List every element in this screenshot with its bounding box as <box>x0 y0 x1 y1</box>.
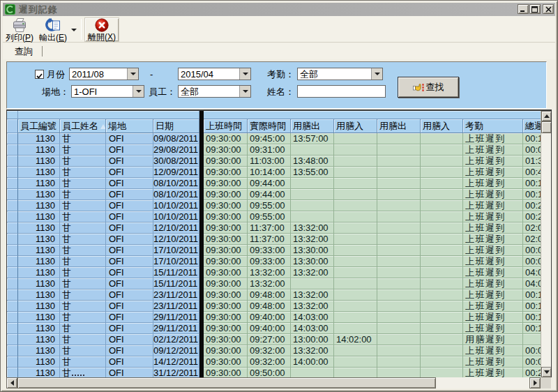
month-checkbox[interactable] <box>35 70 44 79</box>
cell[interactable]: 1130 <box>18 144 60 156</box>
cell[interactable]: 1130 <box>18 211 60 223</box>
cell[interactable]: 09:30:00 <box>204 234 248 245</box>
row-header[interactable] <box>7 223 18 234</box>
cell[interactable] <box>377 144 421 156</box>
cell[interactable]: 上班遲到 <box>463 189 523 200</box>
row-header[interactable] <box>7 334 18 345</box>
cell[interactable]: 09/12/2011 <box>153 345 199 356</box>
cell[interactable] <box>334 256 377 267</box>
cell[interactable]: 29/11/2011 <box>153 312 199 323</box>
cell[interactable] <box>421 200 463 211</box>
cell[interactable] <box>334 167 377 178</box>
horizontal-scrollbar[interactable] <box>6 377 541 389</box>
cell[interactable] <box>291 278 334 289</box>
table-row[interactable]: 1130甘OFI08/10/201109:30:0009:44:00上班遲到00… <box>7 189 551 200</box>
cell[interactable] <box>334 301 377 312</box>
horizontal-scroll-thumb[interactable] <box>17 377 436 389</box>
cell[interactable]: OFI <box>106 223 153 234</box>
cell[interactable]: 1130 <box>18 334 60 345</box>
cell[interactable]: 13:57:00 <box>291 133 334 144</box>
cell[interactable]: 13:32:00 <box>248 278 291 289</box>
vertical-scrollbar[interactable] <box>541 111 551 377</box>
cell[interactable]: 1130 <box>18 133 60 144</box>
cell[interactable]: OFI <box>106 211 153 223</box>
cell[interactable]: 上班遲到 <box>463 144 523 156</box>
cell[interactable] <box>334 278 377 289</box>
cell[interactable]: 上班遲到 <box>463 156 523 167</box>
row-header[interactable] <box>7 167 18 178</box>
cell[interactable]: 09:33:00 <box>248 256 291 267</box>
month-from-dropdown[interactable] <box>127 68 138 80</box>
month-to-select[interactable]: 2015/04 <box>178 68 251 80</box>
scroll-up-button[interactable] <box>541 111 552 121</box>
attendance-select[interactable]: 全部 <box>297 68 383 80</box>
cell[interactable]: 17/10/2011 <box>153 256 199 267</box>
cell[interactable]: 甘 <box>60 200 106 211</box>
cell[interactable]: 09:40:00 <box>248 323 291 334</box>
cell[interactable] <box>334 356 377 368</box>
cell[interactable]: 1130 <box>18 345 60 356</box>
cell[interactable]: 08/10/2011 <box>153 178 199 189</box>
cell[interactable]: 13:32:00 <box>291 223 334 234</box>
column-header[interactable]: 用膳入 <box>421 119 463 133</box>
cell[interactable]: 09:30:00 <box>204 301 248 312</box>
table-row[interactable]: 1130甘OFI31/12/201109:30:0009:50:00上班遲到00… <box>7 368 551 377</box>
cell[interactable]: 09:30:00 <box>204 245 248 256</box>
row-header[interactable] <box>7 178 18 189</box>
cell[interactable]: 1130 <box>18 289 60 301</box>
cell[interactable]: 13:32:00 <box>291 267 334 278</box>
table-row[interactable]: 1130甘OFI23/11/201109:30:0009:48:0013:32:… <box>7 301 551 312</box>
cell[interactable] <box>377 334 421 345</box>
cell[interactable]: 09:30:00 <box>204 267 248 278</box>
cell[interactable]: OFI <box>106 234 153 245</box>
cell[interactable] <box>421 301 463 312</box>
cell[interactable]: 13:48:00 <box>291 156 334 167</box>
export-dropdown-arrow[interactable] <box>70 17 78 42</box>
cell[interactable]: 上班遲到 <box>463 323 523 334</box>
cell[interactable]: OFI <box>106 334 153 345</box>
column-header[interactable]: 上班時間 <box>204 119 248 133</box>
cell[interactable]: 甘 <box>60 223 106 234</box>
row-header[interactable] <box>7 133 18 144</box>
cell[interactable]: OFI <box>106 256 153 267</box>
attendance-dropdown[interactable] <box>371 68 382 80</box>
employee-select[interactable]: 全部 <box>178 85 251 98</box>
row-header[interactable] <box>7 256 18 267</box>
row-header[interactable] <box>7 234 18 245</box>
cell[interactable]: 上班遲到 <box>463 200 523 211</box>
cell[interactable] <box>334 189 377 200</box>
table-row[interactable]: 1130甘OFI10/10/201109:30:0009:55:00上班遲到00… <box>7 200 551 211</box>
cell[interactable]: OFI <box>106 245 153 256</box>
cell[interactable] <box>421 267 463 278</box>
cell[interactable]: 11:37:00 <box>248 234 291 245</box>
cell[interactable]: 09:30:00 <box>204 323 248 334</box>
cell[interactable] <box>377 278 421 289</box>
cell[interactable]: 上班遲到 <box>463 368 523 377</box>
exit-button[interactable]: 離開(X) <box>84 17 119 42</box>
cell[interactable] <box>377 156 421 167</box>
cell[interactable]: 09:44:00 <box>248 178 291 189</box>
cell[interactable] <box>291 368 334 377</box>
cell[interactable] <box>421 368 463 377</box>
cell[interactable]: 09:32:00 <box>248 345 291 356</box>
cell[interactable] <box>377 256 421 267</box>
cell[interactable]: 甘 <box>60 323 106 334</box>
cell[interactable] <box>377 211 421 223</box>
cell[interactable] <box>421 356 463 368</box>
cell[interactable]: 甘 <box>60 301 106 312</box>
cell[interactable]: 09:30:00 <box>204 368 248 377</box>
cell[interactable]: 甘 <box>60 234 106 245</box>
cell[interactable] <box>421 189 463 200</box>
cell[interactable]: 1130 <box>18 156 60 167</box>
cell[interactable]: 13:30:00 <box>291 245 334 256</box>
cell[interactable]: 09:48:00 <box>248 289 291 301</box>
cell[interactable]: 09:27:00 <box>248 334 291 345</box>
export-button[interactable]: 輸出(E) <box>36 17 70 42</box>
cell[interactable] <box>377 356 421 368</box>
cell[interactable]: 1130 <box>18 178 60 189</box>
cell[interactable]: 14:02:00 <box>334 334 377 345</box>
cell[interactable]: 09:30:00 <box>204 289 248 301</box>
cell[interactable]: 上班遲到 <box>463 234 523 245</box>
month-from-select[interactable]: 2011/08 <box>69 68 139 80</box>
table-row[interactable]: 1130甘OFI14/12/201109:30:0009:32:0014:00:… <box>7 356 551 368</box>
